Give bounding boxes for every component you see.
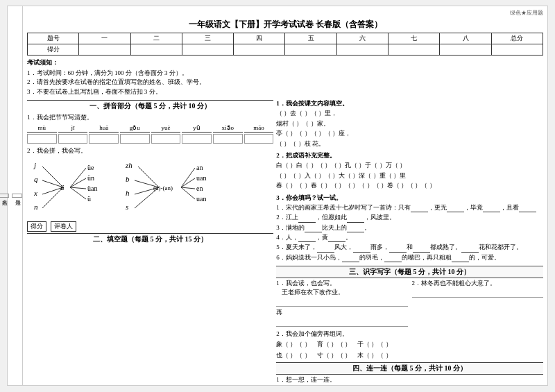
table-header-1: 一 bbox=[79, 33, 130, 44]
table-header-topic: 题号 bbox=[28, 33, 79, 44]
q3-item-1: 1．宋代的画家王希孟十七岁时写了一首诗：只有，更无，毕竟，且看 bbox=[276, 203, 543, 212]
sec3-write-line-1[interactable] bbox=[276, 298, 407, 307]
notes-title: 考试须知： bbox=[27, 58, 543, 68]
blank-6-2 bbox=[384, 262, 402, 262]
margin-label-hao: 题号 bbox=[12, 194, 22, 198]
score-cell-2[interactable] bbox=[130, 44, 182, 56]
phonics-j: j bbox=[33, 161, 36, 169]
phonics-svg-1: j q x n ü bbox=[27, 158, 117, 217]
phonics-x: x bbox=[33, 189, 37, 197]
sec3-content: 1．我会读，也会写。 王老师在衣下改作业。 再 2．林冬再也不能粗心大意了。 bbox=[276, 279, 543, 328]
q3-item-5: 5．夏天来了，风大，雨多，和都成熟了。花和花都开了。 bbox=[276, 242, 543, 252]
sec3-right: 2．林冬再也不能粗心大意了。 bbox=[412, 279, 543, 328]
sec3-q1-label: 1．我会读，也会写。 bbox=[276, 279, 407, 288]
table-header-3: 三 bbox=[182, 33, 233, 44]
sec3-fill-label: 2．我会加个偏旁再组词。 bbox=[276, 330, 543, 339]
phonics-final-1: üe bbox=[87, 164, 94, 171]
q3-item-4: 4．人，，黄。 bbox=[276, 232, 543, 242]
q2-line-3: 春（ ）（ ）春（ ）（ ）（ ）（ ）（ ）卷（ ）（ ）（ ） bbox=[276, 180, 543, 190]
score-cell-8[interactable] bbox=[440, 44, 491, 56]
pinyin-input-4[interactable] bbox=[120, 134, 150, 144]
pinyin-input-row bbox=[27, 134, 273, 144]
q1-line-4: （ ）（ ）枝 花。 bbox=[276, 139, 543, 148]
phonics-final-4: ü bbox=[87, 195, 91, 203]
phonics-final-3: üan bbox=[87, 185, 97, 192]
main-content: 绿色★应用题 一年级语文【下册】开学考试试卷 长春版（含答案） 题号 一 二 三… bbox=[23, 6, 547, 385]
top-label: 绿色★应用题 bbox=[27, 9, 543, 17]
pinyin-input-1[interactable] bbox=[27, 134, 57, 144]
blank-1-4 bbox=[519, 212, 536, 212]
score-cell-6[interactable] bbox=[336, 44, 388, 56]
phonics-container: j q x n ü bbox=[27, 158, 273, 217]
blank-6-3 bbox=[452, 262, 469, 262]
score-cell-3[interactable] bbox=[182, 44, 233, 56]
pinyin-hua: huā bbox=[89, 124, 119, 133]
phonics2-out-4 bbox=[181, 187, 195, 199]
q1-fill-title: 1．我会按课文内容填空。 bbox=[276, 99, 543, 108]
phonics2-middle: (u)-(an) bbox=[153, 185, 173, 191]
phonics-h: h bbox=[126, 189, 130, 197]
q1-fill-section: 1．我会按课文内容填空。 （ ）去（ ）（ ）里， 烟村（ ）（ ）家。 亭（ … bbox=[276, 99, 543, 148]
pinyin-input-7[interactable] bbox=[213, 134, 243, 144]
score-label-row: 得分 bbox=[28, 44, 79, 56]
pinyin-input-3[interactable] bbox=[89, 134, 119, 144]
pinyin-gou: gǒu bbox=[120, 124, 150, 133]
phonics-n: n bbox=[34, 203, 38, 211]
phonics-q: q bbox=[34, 175, 38, 183]
score-cell-5[interactable] bbox=[285, 44, 336, 56]
notes-section: 考试须知： 1．考试时间：60 分钟，满分为 100 分（含卷面分 3 分）。 … bbox=[27, 58, 543, 96]
phonics2-final-3: en bbox=[196, 185, 203, 192]
table-header-total: 总分 bbox=[491, 33, 543, 44]
phonics2-out-3 bbox=[181, 187, 195, 189]
table-header-7: 七 bbox=[388, 33, 440, 44]
blank-1-3 bbox=[483, 212, 500, 212]
pinyin-input-6[interactable] bbox=[182, 134, 212, 144]
q1-line-1: （ ）去（ ）（ ）里， bbox=[276, 108, 543, 118]
doc-title: 一年级语文【下册】开学考试试卷 长春版（含答案） bbox=[27, 19, 543, 31]
sec3-write-line-3[interactable] bbox=[412, 289, 543, 298]
sec3-header: 三、识字写字（每题 5 分，共计 10 分） bbox=[276, 266, 543, 278]
score-cell-total[interactable] bbox=[491, 44, 543, 56]
q2-line-1: 白（ ）白（ ）（ ）（ ）孔（ ）于（ ）万（ ） bbox=[276, 160, 543, 170]
sec3-q2-text: 2．林冬再也不能粗心大意了。 bbox=[412, 279, 543, 288]
phonics2-final-1: an bbox=[196, 164, 203, 171]
pinyin-input-2[interactable] bbox=[58, 134, 88, 144]
q1-line-3: 亭（ ）（ ）（ ）（ ）座， bbox=[276, 128, 543, 138]
left-column: 一、拼音部分（每题 5 分，共计 10 分） 1．我会把节节写清楚。 mù jī… bbox=[27, 99, 273, 385]
phonics-out-line-4 bbox=[70, 187, 86, 199]
phonics-out-line-2 bbox=[70, 178, 86, 187]
q2-fill-title: 2．把成语补充完整。 bbox=[276, 151, 543, 160]
score-box-1: 得分 bbox=[27, 221, 46, 232]
pinyin-input-8[interactable] bbox=[244, 134, 274, 144]
section2-header: 二、填空题（每题 5 分，共计 15 分） bbox=[27, 233, 273, 245]
pinyin-input-5[interactable] bbox=[151, 134, 181, 144]
score-cell-1[interactable] bbox=[79, 44, 130, 56]
pinyin-yue: yuè bbox=[151, 124, 181, 133]
phonics2-out-2 bbox=[181, 178, 195, 187]
q3-fill-title: 3．你会填吗？试一试。 bbox=[276, 193, 543, 203]
note-item-2: 2．请首先按要求在试卷的指定位置填写您的姓名、班级、学号。 bbox=[27, 78, 543, 87]
table-header-6: 六 bbox=[336, 33, 388, 44]
phonics-middle-u: ü bbox=[60, 183, 65, 191]
sec3-row-1: 象（ ）（ ） 育（ ）（ ） 干（ ）（ ） bbox=[276, 339, 543, 350]
phonics-s: s bbox=[126, 203, 128, 211]
phonics2-out-1 bbox=[181, 168, 195, 187]
sec4-header: 四、连一连（每题 5 分，共计 10 分） bbox=[276, 362, 543, 375]
phonics2-final-2: uan bbox=[196, 174, 206, 182]
score-cell-4[interactable] bbox=[234, 44, 285, 56]
sec3-write-line-2[interactable] bbox=[276, 318, 407, 327]
note-item-3: 3．不要在试卷上乱写乱画，卷面不整洁扣 3 分。 bbox=[27, 87, 543, 97]
score-cell-7[interactable] bbox=[388, 44, 440, 56]
blank-6-1 bbox=[342, 262, 359, 262]
q2-line-2: （ ）（ ）入（ ）（ ）大（ ）深（ ）重（ ）里 bbox=[276, 171, 543, 180]
q3-item-3: 3．满地的比天上的。 bbox=[276, 223, 543, 232]
pinyin-mao: māo bbox=[244, 124, 274, 133]
note-item-1: 1．考试时间：60 分钟，满分为 100 分（含卷面分 3 分）。 bbox=[27, 69, 543, 78]
sec3-rows-container: 象（ ）（ ） 育（ ）（ ） 干（ ）（ ） 也（ ）（ ） 寸（ ）（ ） … bbox=[276, 339, 543, 361]
two-column-layout: 一、拼音部分（每题 5 分，共计 10 分） 1．我会把节节写清楚。 mù jī… bbox=[27, 99, 543, 385]
left-margin: 题号 姓名 班级 学校 考场 （邮编） bbox=[8, 6, 23, 385]
right-column: 1．我会按课文内容填空。 （ ）去（ ）（ ）里， 烟村（ ）（ ）家。 亭（ … bbox=[276, 99, 543, 385]
phonics-out-line-3 bbox=[70, 187, 86, 189]
exam-page: 题号 姓名 班级 学校 考场 （邮编） 绿色★应用题 一年级语文【下册】开学考试… bbox=[7, 6, 548, 386]
phonics-svg-2: zh b h s (u)-(an) bbox=[124, 158, 225, 217]
